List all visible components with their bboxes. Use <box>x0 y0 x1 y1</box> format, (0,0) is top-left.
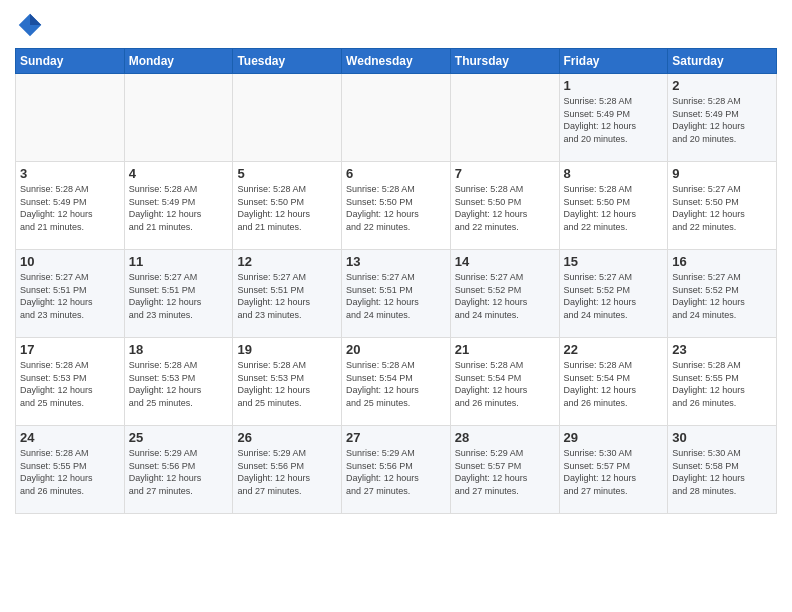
day-info: Sunrise: 5:28 AM Sunset: 5:55 PM Dayligh… <box>20 447 120 497</box>
day-number: 15 <box>564 254 664 269</box>
day-info: Sunrise: 5:27 AM Sunset: 5:51 PM Dayligh… <box>237 271 337 321</box>
weekday-header-tuesday: Tuesday <box>233 49 342 74</box>
day-info: Sunrise: 5:28 AM Sunset: 5:54 PM Dayligh… <box>346 359 446 409</box>
calendar-cell: 8Sunrise: 5:28 AM Sunset: 5:50 PM Daylig… <box>559 162 668 250</box>
calendar-cell: 9Sunrise: 5:27 AM Sunset: 5:50 PM Daylig… <box>668 162 777 250</box>
calendar-cell: 21Sunrise: 5:28 AM Sunset: 5:54 PM Dayli… <box>450 338 559 426</box>
day-number: 6 <box>346 166 446 181</box>
day-info: Sunrise: 5:27 AM Sunset: 5:51 PM Dayligh… <box>346 271 446 321</box>
calendar-cell: 20Sunrise: 5:28 AM Sunset: 5:54 PM Dayli… <box>342 338 451 426</box>
calendar-cell <box>124 74 233 162</box>
calendar-cell: 24Sunrise: 5:28 AM Sunset: 5:55 PM Dayli… <box>16 426 125 514</box>
day-number: 20 <box>346 342 446 357</box>
calendar-table: SundayMondayTuesdayWednesdayThursdayFrid… <box>15 48 777 514</box>
day-number: 18 <box>129 342 229 357</box>
calendar-cell: 30Sunrise: 5:30 AM Sunset: 5:58 PM Dayli… <box>668 426 777 514</box>
day-number: 29 <box>564 430 664 445</box>
weekday-header-sunday: Sunday <box>16 49 125 74</box>
page: SundayMondayTuesdayWednesdayThursdayFrid… <box>0 0 792 612</box>
calendar-cell: 26Sunrise: 5:29 AM Sunset: 5:56 PM Dayli… <box>233 426 342 514</box>
day-info: Sunrise: 5:28 AM Sunset: 5:53 PM Dayligh… <box>129 359 229 409</box>
calendar-cell: 12Sunrise: 5:27 AM Sunset: 5:51 PM Dayli… <box>233 250 342 338</box>
day-number: 16 <box>672 254 772 269</box>
day-info: Sunrise: 5:29 AM Sunset: 5:56 PM Dayligh… <box>237 447 337 497</box>
day-number: 30 <box>672 430 772 445</box>
calendar-cell: 16Sunrise: 5:27 AM Sunset: 5:52 PM Dayli… <box>668 250 777 338</box>
day-number: 4 <box>129 166 229 181</box>
day-info: Sunrise: 5:30 AM Sunset: 5:58 PM Dayligh… <box>672 447 772 497</box>
day-number: 12 <box>237 254 337 269</box>
day-number: 25 <box>129 430 229 445</box>
calendar-cell: 27Sunrise: 5:29 AM Sunset: 5:56 PM Dayli… <box>342 426 451 514</box>
calendar-week-3: 10Sunrise: 5:27 AM Sunset: 5:51 PM Dayli… <box>16 250 777 338</box>
calendar-cell: 23Sunrise: 5:28 AM Sunset: 5:55 PM Dayli… <box>668 338 777 426</box>
calendar-cell: 28Sunrise: 5:29 AM Sunset: 5:57 PM Dayli… <box>450 426 559 514</box>
day-info: Sunrise: 5:27 AM Sunset: 5:52 PM Dayligh… <box>564 271 664 321</box>
day-number: 14 <box>455 254 555 269</box>
logo-icon <box>15 10 45 40</box>
day-info: Sunrise: 5:28 AM Sunset: 5:49 PM Dayligh… <box>20 183 120 233</box>
day-number: 5 <box>237 166 337 181</box>
calendar-cell: 19Sunrise: 5:28 AM Sunset: 5:53 PM Dayli… <box>233 338 342 426</box>
calendar-cell: 14Sunrise: 5:27 AM Sunset: 5:52 PM Dayli… <box>450 250 559 338</box>
calendar-body: 1Sunrise: 5:28 AM Sunset: 5:49 PM Daylig… <box>16 74 777 514</box>
day-number: 26 <box>237 430 337 445</box>
day-number: 28 <box>455 430 555 445</box>
day-info: Sunrise: 5:28 AM Sunset: 5:53 PM Dayligh… <box>20 359 120 409</box>
calendar-cell <box>233 74 342 162</box>
calendar-week-2: 3Sunrise: 5:28 AM Sunset: 5:49 PM Daylig… <box>16 162 777 250</box>
day-number: 8 <box>564 166 664 181</box>
day-number: 22 <box>564 342 664 357</box>
logo <box>15 10 49 40</box>
day-info: Sunrise: 5:27 AM Sunset: 5:52 PM Dayligh… <box>672 271 772 321</box>
day-info: Sunrise: 5:28 AM Sunset: 5:49 PM Dayligh… <box>672 95 772 145</box>
day-info: Sunrise: 5:29 AM Sunset: 5:57 PM Dayligh… <box>455 447 555 497</box>
day-info: Sunrise: 5:27 AM Sunset: 5:51 PM Dayligh… <box>129 271 229 321</box>
calendar-cell: 6Sunrise: 5:28 AM Sunset: 5:50 PM Daylig… <box>342 162 451 250</box>
calendar-cell: 7Sunrise: 5:28 AM Sunset: 5:50 PM Daylig… <box>450 162 559 250</box>
weekday-header-monday: Monday <box>124 49 233 74</box>
svg-marker-1 <box>30 14 41 25</box>
day-info: Sunrise: 5:28 AM Sunset: 5:50 PM Dayligh… <box>346 183 446 233</box>
day-info: Sunrise: 5:28 AM Sunset: 5:50 PM Dayligh… <box>455 183 555 233</box>
day-info: Sunrise: 5:27 AM Sunset: 5:52 PM Dayligh… <box>455 271 555 321</box>
day-info: Sunrise: 5:29 AM Sunset: 5:56 PM Dayligh… <box>346 447 446 497</box>
weekday-row: SundayMondayTuesdayWednesdayThursdayFrid… <box>16 49 777 74</box>
calendar-cell: 29Sunrise: 5:30 AM Sunset: 5:57 PM Dayli… <box>559 426 668 514</box>
calendar-cell: 15Sunrise: 5:27 AM Sunset: 5:52 PM Dayli… <box>559 250 668 338</box>
day-info: Sunrise: 5:28 AM Sunset: 5:50 PM Dayligh… <box>564 183 664 233</box>
weekday-header-thursday: Thursday <box>450 49 559 74</box>
day-number: 10 <box>20 254 120 269</box>
day-number: 1 <box>564 78 664 93</box>
day-info: Sunrise: 5:28 AM Sunset: 5:50 PM Dayligh… <box>237 183 337 233</box>
calendar-week-5: 24Sunrise: 5:28 AM Sunset: 5:55 PM Dayli… <box>16 426 777 514</box>
calendar-cell: 17Sunrise: 5:28 AM Sunset: 5:53 PM Dayli… <box>16 338 125 426</box>
day-info: Sunrise: 5:27 AM Sunset: 5:50 PM Dayligh… <box>672 183 772 233</box>
calendar-cell: 10Sunrise: 5:27 AM Sunset: 5:51 PM Dayli… <box>16 250 125 338</box>
calendar-cell: 18Sunrise: 5:28 AM Sunset: 5:53 PM Dayli… <box>124 338 233 426</box>
day-number: 3 <box>20 166 120 181</box>
day-info: Sunrise: 5:30 AM Sunset: 5:57 PM Dayligh… <box>564 447 664 497</box>
calendar-week-1: 1Sunrise: 5:28 AM Sunset: 5:49 PM Daylig… <box>16 74 777 162</box>
calendar-cell <box>342 74 451 162</box>
day-number: 19 <box>237 342 337 357</box>
day-info: Sunrise: 5:28 AM Sunset: 5:49 PM Dayligh… <box>129 183 229 233</box>
day-info: Sunrise: 5:28 AM Sunset: 5:54 PM Dayligh… <box>564 359 664 409</box>
day-info: Sunrise: 5:27 AM Sunset: 5:51 PM Dayligh… <box>20 271 120 321</box>
day-info: Sunrise: 5:29 AM Sunset: 5:56 PM Dayligh… <box>129 447 229 497</box>
header <box>15 10 777 40</box>
day-number: 17 <box>20 342 120 357</box>
day-number: 2 <box>672 78 772 93</box>
calendar-cell: 25Sunrise: 5:29 AM Sunset: 5:56 PM Dayli… <box>124 426 233 514</box>
weekday-header-wednesday: Wednesday <box>342 49 451 74</box>
calendar-cell: 11Sunrise: 5:27 AM Sunset: 5:51 PM Dayli… <box>124 250 233 338</box>
calendar-cell: 4Sunrise: 5:28 AM Sunset: 5:49 PM Daylig… <box>124 162 233 250</box>
calendar-header: SundayMondayTuesdayWednesdayThursdayFrid… <box>16 49 777 74</box>
calendar-cell: 22Sunrise: 5:28 AM Sunset: 5:54 PM Dayli… <box>559 338 668 426</box>
calendar-cell: 13Sunrise: 5:27 AM Sunset: 5:51 PM Dayli… <box>342 250 451 338</box>
weekday-header-friday: Friday <box>559 49 668 74</box>
calendar-cell: 3Sunrise: 5:28 AM Sunset: 5:49 PM Daylig… <box>16 162 125 250</box>
day-number: 24 <box>20 430 120 445</box>
calendar-cell <box>16 74 125 162</box>
day-number: 23 <box>672 342 772 357</box>
